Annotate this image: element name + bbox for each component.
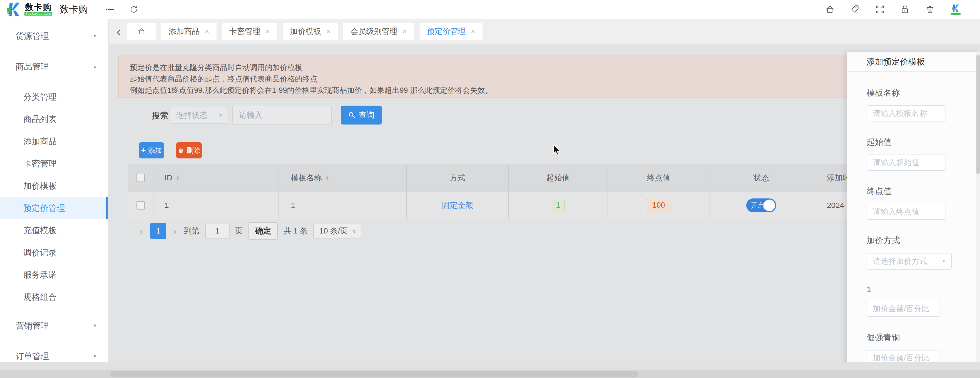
template-name-input[interactable] <box>867 105 946 121</box>
field-tier-bronze: 倔强青铜 <box>867 332 980 366</box>
close-icon[interactable]: × <box>402 27 407 36</box>
tab-member-level[interactable]: 会员级别管理 × <box>343 23 414 40</box>
drawer-scrollbar-thumb[interactable] <box>977 54 980 174</box>
tab-add-goods[interactable]: 添加商品 × <box>161 23 216 40</box>
sidebar-item-markup-template[interactable]: 加价模板 <box>0 175 108 197</box>
tier-1-amount-input[interactable] <box>867 301 939 317</box>
markup-method-select[interactable]: 请选择加价方式 ▼ <box>867 253 951 270</box>
sidebar-item-label: 预定价管理 <box>23 203 65 214</box>
sidebar-group-marketing[interactable]: 营销管理 ▼ <box>0 314 108 337</box>
fullscreen-icon[interactable] <box>874 4 886 15</box>
status-select[interactable]: 选择状态 ▼ <box>170 107 229 124</box>
sort-icons[interactable]: ▲ ▼ <box>325 175 329 180</box>
sidebar-group-goods[interactable]: 商品管理 ▲ <box>0 56 108 78</box>
sidebar-item-recharge-template[interactable]: 充值模板 <box>0 219 108 241</box>
field-markup-method: 加价方式 请选择加价方式 ▼ <box>867 235 980 270</box>
sidebar-item-card-keys[interactable]: 卡密管理 <box>0 152 108 175</box>
row-id-cell: 1 <box>153 192 278 219</box>
page-jump-input[interactable] <box>205 223 229 239</box>
page-size-select[interactable]: 10 条/页 ∨ <box>313 223 361 239</box>
brand-logo-cn: 数卡购 <box>25 3 52 11</box>
column-label: ID <box>164 173 172 182</box>
tab-markup-template[interactable]: 加价模板 × <box>283 23 338 40</box>
drawer-title: 添加预定价模板 <box>867 56 925 68</box>
table-header-select <box>128 164 153 192</box>
query-button[interactable]: 查询 <box>341 106 382 124</box>
end-value-badge: 100 <box>647 199 670 212</box>
sidebar-item-spec-combo[interactable]: 规格组合 <box>0 286 108 308</box>
drawer-scrollbar[interactable] <box>976 52 980 378</box>
pagination: ‹ 1 › 到第 页 确定 共 1 条 10 条/页 ∨ <box>138 222 361 240</box>
template-name-link[interactable]: 1 <box>291 201 295 210</box>
sidebar-group-label: 商品管理 <box>16 61 49 73</box>
refresh-icon[interactable] <box>129 4 140 15</box>
tab-label: 添加商品 <box>169 26 200 37</box>
sidebar-item-category[interactable]: 分类管理 <box>0 86 108 108</box>
delete-button[interactable]: 删除 <box>176 142 202 159</box>
sidebar-item-add-goods[interactable]: 添加商品 <box>0 130 108 152</box>
back-chevron-icon[interactable]: ‹ <box>116 25 121 38</box>
close-icon[interactable]: × <box>326 27 331 36</box>
table-header-status: 状态 <box>710 164 813 192</box>
chevron-down-icon: ▼ <box>92 323 97 328</box>
search-input[interactable] <box>232 106 332 124</box>
sort-desc-icon: ▼ <box>325 178 329 180</box>
mouse-cursor <box>553 145 564 157</box>
tab-label: 预定价管理 <box>427 26 466 37</box>
page-number-1[interactable]: 1 <box>150 223 166 239</box>
row-end-cell: 100 <box>608 192 710 219</box>
tab-preset-price[interactable]: 预定价管理 × <box>420 23 482 40</box>
jump-confirm-button[interactable]: 确定 <box>248 222 278 240</box>
add-button-label: 添加 <box>148 146 162 155</box>
home-icon[interactable] <box>824 4 835 15</box>
sidebar-group-orders[interactable]: 订单管理 ▼ <box>0 345 108 367</box>
sidebar-group-supply[interactable]: 货源管理 ▼ <box>0 25 108 47</box>
column-label: 状态 <box>754 173 769 183</box>
sidebar-item-label: 分类管理 <box>23 91 57 103</box>
table-header-method: 方式 <box>407 164 509 192</box>
sidebar-item-label: 添加商品 <box>23 136 57 147</box>
end-value-input[interactable] <box>867 204 946 220</box>
row-checkbox[interactable] <box>137 201 145 210</box>
sidebar-group-label: 货源管理 <box>16 30 49 42</box>
tab-bar: ‹ 添加商品 × 卡密管理 × 加价模板 × 会员级别管理 × 预定价管理 × <box>109 19 980 44</box>
horizontal-scrollbar[interactable] <box>0 370 980 378</box>
markup-method-placeholder: 请选择加价方式 <box>873 256 927 267</box>
unlock-icon[interactable] <box>899 4 910 15</box>
add-button[interactable]: + 添加 <box>139 142 164 159</box>
table-header-name[interactable]: 模板名称 ▲ ▼ <box>278 164 407 192</box>
tag-icon[interactable] <box>850 4 861 15</box>
close-icon[interactable]: × <box>205 27 209 36</box>
prev-page-icon[interactable]: ‹ <box>138 226 145 237</box>
select-all-checkbox[interactable] <box>137 174 145 182</box>
horizontal-scrollbar-thumb[interactable] <box>110 371 638 377</box>
sidebar-item-service-promise[interactable]: 服务承诺 <box>0 264 108 286</box>
close-icon[interactable]: × <box>471 27 475 36</box>
start-value-input[interactable] <box>867 154 946 171</box>
sidebar-item-label: 商品列表 <box>23 114 57 125</box>
status-toggle[interactable]: 开启 <box>746 199 776 212</box>
close-icon[interactable]: × <box>266 27 270 36</box>
tab-card-keys[interactable]: 卡密管理 × <box>222 23 277 40</box>
sidebar-collapse-icon[interactable] <box>105 4 116 15</box>
sidebar-item-label: 调价记录 <box>23 247 57 259</box>
sidebar-item-label: 加价模板 <box>23 180 57 192</box>
search-icon <box>348 111 355 119</box>
search-label: 搜索 <box>152 110 169 121</box>
app-title: 数卡购 <box>59 3 88 16</box>
table-header-id[interactable]: ID ▲ ▼ <box>153 164 278 192</box>
user-avatar[interactable] <box>950 3 962 16</box>
method-value: 固定金额 <box>442 200 473 211</box>
sort-icons[interactable]: ▲ ▼ <box>176 175 180 180</box>
trash-icon[interactable] <box>924 4 935 15</box>
next-page-icon[interactable]: › <box>172 226 178 237</box>
sidebar-item-preset-price[interactable]: 预定价管理 <box>0 197 108 219</box>
sidebar-group-label: 订单管理 <box>16 351 49 362</box>
table-header-end: 终点值 <box>608 164 710 192</box>
sidebar-item-price-adjust-log[interactable]: 调价记录 <box>0 241 108 264</box>
tab-home[interactable] <box>127 23 156 40</box>
field-end-value: 终点值 <box>867 186 980 220</box>
sidebar-nav: 货源管理 ▼ 商品管理 ▲ 分类管理 商品列表 添加商品 卡密管理 加价模板 预… <box>0 19 108 362</box>
chevron-up-icon: ▲ <box>92 64 97 69</box>
sidebar-item-goods-list[interactable]: 商品列表 <box>0 108 108 130</box>
